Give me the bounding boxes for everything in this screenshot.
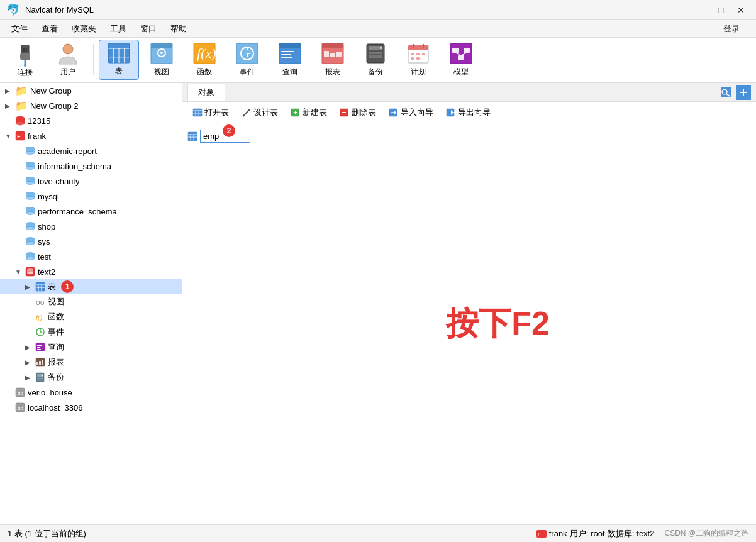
svg-rect-110 — [37, 380, 43, 381]
sidebar-item-text2[interactable]: ▼ text2 — [0, 264, 182, 279]
sidebar-item-hanshu[interactable]: f() 函数 — [0, 309, 182, 324]
folder-icon-2: 📁 — [15, 100, 28, 112]
toolbar-view-button[interactable]: 视图 — [142, 40, 182, 80]
maximize-button[interactable]: □ — [712, 4, 730, 16]
svg-text:F: F — [538, 532, 541, 536]
text2-chevron: ▼ — [15, 268, 23, 275]
toolbar-func-button[interactable]: f(x) 函数 — [184, 40, 225, 80]
sidebar-item-new-group[interactable]: ▶ 📁 New Group — [0, 83, 182, 98]
toolbar-user-label: 用户 — [60, 67, 75, 77]
svg-text:db: db — [18, 390, 23, 396]
hanshu-label: 函数 — [48, 311, 64, 323]
login-button[interactable]: 登录 — [717, 21, 746, 36]
main-layout: ▶ 📁 New Group ▶ 📁 New Group 2 12315 ▼ — [0, 83, 756, 524]
schema-icon — [25, 146, 35, 156]
svg-rect-105 — [42, 360, 43, 365]
schema-icon-7 — [25, 236, 35, 246]
delete-table-button[interactable]: 删除表 — [335, 105, 381, 120]
table-group-icon — [35, 282, 45, 292]
svg-rect-26 — [279, 43, 301, 48]
menu-window[interactable]: 窗口 — [134, 21, 163, 37]
toolbar-schedule-button[interactable]: 计划 — [398, 40, 438, 80]
shitu-label: 视图 — [48, 296, 64, 307]
svg-line-125 — [243, 110, 249, 116]
content-area: 对象 — [182, 83, 756, 524]
svg-rect-27 — [281, 51, 294, 52]
object-add-button[interactable] — [736, 85, 751, 100]
sidebar-item-information-schema[interactable]: information_schema — [0, 158, 182, 174]
view-group-icon: oo — [35, 297, 45, 307]
toolbar-event-button[interactable]: 事件 — [227, 40, 267, 80]
svg-rect-109 — [37, 378, 43, 379]
sidebar-item-12315[interactable]: 12315 — [0, 113, 182, 128]
sidebar-item-shitu[interactable]: oo 视图 — [0, 294, 182, 309]
menu-bar: 文件 查看 收藏夹 工具 窗口 帮助 登录 — [0, 20, 756, 38]
toolbar-model-button[interactable]: 模型 — [441, 40, 481, 80]
toolbar-table-button[interactable]: 表 — [99, 40, 139, 80]
object-search-button[interactable] — [718, 85, 733, 100]
sidebar-item-new-group-2[interactable]: ▶ 📁 New Group 2 — [0, 98, 182, 113]
import-button[interactable]: 导入向导 — [384, 105, 438, 120]
sidebar-item-verio-house[interactable]: db verio_house — [0, 385, 182, 400]
sidebar-item-shop[interactable]: shop — [0, 219, 182, 234]
toolbar-user-button[interactable]: 用户 — [48, 40, 88, 80]
sidebar-item-chaxun[interactable]: ▶ 查询 — [0, 340, 182, 355]
open-table-label: 打开表 — [204, 107, 229, 118]
menu-favorites[interactable]: 收藏夹 — [65, 21, 103, 37]
sidebar-item-localhost[interactable]: db localhost_3306 — [0, 400, 182, 415]
open-table-button[interactable]: 打开表 — [187, 105, 234, 120]
toolbar-query-button[interactable]: 查询 — [270, 40, 310, 80]
svg-rect-46 — [422, 53, 425, 55]
new-table-label: 新建表 — [303, 107, 327, 118]
academic-report-label: academic-report — [38, 147, 97, 156]
svg-point-16 — [160, 52, 163, 54]
conn-icon-3: db — [15, 402, 25, 412]
export-icon — [446, 108, 456, 118]
tab-object[interactable]: 对象 — [187, 84, 225, 101]
status-connection: F frank 用户: root 数据库: text2 — [536, 528, 655, 539]
svg-rect-33 — [330, 53, 335, 57]
svg-text:oo: oo — [36, 298, 45, 307]
toolbar-func-label: 函数 — [197, 67, 212, 77]
svg-rect-104 — [39, 361, 41, 365]
sidebar-item-beifen[interactable]: ▶ 备份 — [0, 370, 182, 385]
sidebar-item-mysql[interactable]: mysql — [0, 189, 182, 204]
sidebar-item-baobiao[interactable]: ▶ 报表 — [0, 355, 182, 370]
status-user: root — [591, 529, 604, 538]
mysql-label: mysql — [38, 192, 59, 201]
svg-rect-41 — [408, 45, 428, 50]
import-label: 导入向导 — [401, 107, 433, 118]
import-icon — [389, 108, 399, 118]
sidebar-item-test[interactable]: test — [0, 249, 182, 264]
sidebar-item-sys[interactable]: sys — [0, 234, 182, 249]
menu-view[interactable]: 查看 — [35, 21, 64, 37]
svg-rect-29 — [281, 57, 292, 58]
close-button[interactable]: ✕ — [732, 4, 750, 16]
svg-point-6 — [63, 44, 73, 54]
badge-2: 2 — [223, 124, 235, 137]
sidebar-item-frank[interactable]: ▼ F frank — [0, 128, 182, 143]
sidebar-item-shijian[interactable]: 事件 — [0, 324, 182, 340]
sidebar-item-academic-report[interactable]: academic-report — [0, 143, 182, 158]
minimize-button[interactable]: — — [692, 4, 709, 16]
menu-help[interactable]: 帮助 — [164, 21, 193, 37]
status-conn-icon: F — [536, 530, 547, 538]
menu-tools[interactable]: 工具 — [104, 21, 133, 37]
toolbar-connect-button[interactable]: 连接 — [5, 40, 45, 80]
svg-rect-120 — [193, 109, 202, 116]
sidebar-item-love-charity[interactable]: love-charity — [0, 174, 182, 189]
export-button[interactable]: 导出向导 — [441, 105, 496, 120]
menu-file[interactable]: 文件 — [5, 21, 34, 37]
design-table-label: 设计表 — [253, 107, 278, 118]
design-table-button[interactable]: 设计表 — [236, 105, 283, 120]
new-table-button[interactable]: 新建表 — [286, 105, 332, 120]
toolbar-report-button[interactable]: 报表 — [313, 40, 353, 80]
chevron-right-icon: ▶ — [5, 87, 13, 94]
sys-label: sys — [38, 237, 50, 246]
sidebar-item-biao[interactable]: ▶ 表 1 — [0, 279, 182, 294]
toolbar-backup-label: 备份 — [368, 67, 383, 77]
svg-rect-88 — [36, 282, 45, 291]
toolbar-backup-button[interactable]: 备份 — [355, 40, 396, 80]
table-content: 2 按下F2 — [182, 123, 756, 524]
sidebar-item-performance-schema[interactable]: performance_schema — [0, 204, 182, 219]
